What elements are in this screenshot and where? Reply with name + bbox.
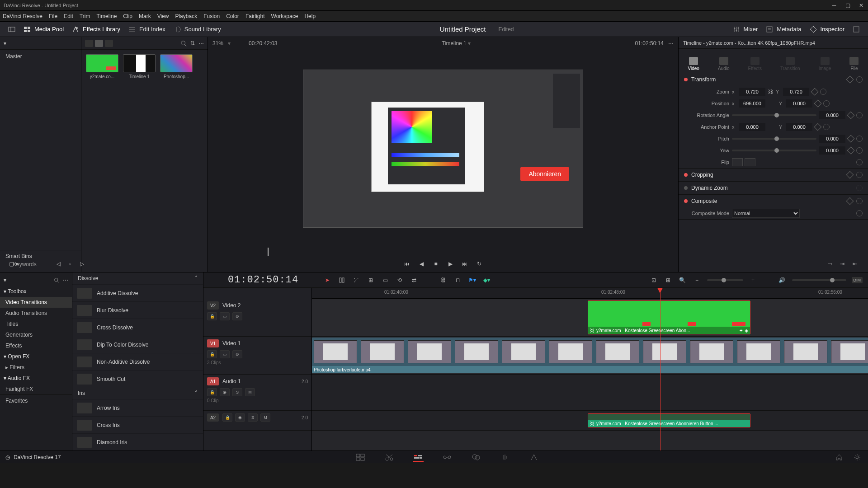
layout-icon[interactable] <box>8 26 15 33</box>
menu-item[interactable]: View <box>157 13 169 19</box>
yaw-field[interactable] <box>819 146 845 155</box>
inspector-tab-video[interactable]: Video <box>688 57 699 71</box>
rotation-field[interactable] <box>819 111 845 119</box>
zoom-out-icon[interactable]: − <box>693 276 702 285</box>
in-icon[interactable]: ⇥ <box>838 260 846 268</box>
window-maximize-icon[interactable]: ▢ <box>844 2 851 9</box>
keyframe-icon[interactable] <box>814 100 822 108</box>
reset-icon[interactable] <box>856 76 863 83</box>
media-pool-button[interactable]: Media Pool <box>24 26 64 33</box>
arm-icon[interactable]: ◉ <box>235 413 245 422</box>
disable-icon[interactable]: ⊘ <box>232 312 242 320</box>
menu-item[interactable]: Color <box>226 13 239 19</box>
reset-icon[interactable] <box>856 147 863 154</box>
flip-h-button[interactable] <box>732 158 743 166</box>
viewer-timeline-name[interactable]: Timeline 1 <box>442 40 467 47</box>
reset-icon[interactable] <box>856 112 863 118</box>
dim-button[interactable]: DIM <box>852 277 863 283</box>
prev-marker-icon[interactable]: ◁ <box>54 260 62 268</box>
inspector-tab-audio[interactable]: Audio <box>718 57 730 71</box>
auto-select-icon[interactable]: ▭ <box>220 312 230 320</box>
composite-section-header[interactable]: Composite <box>679 195 868 207</box>
inspector-tab-transition[interactable]: Transition <box>780 57 800 71</box>
page-fusion-icon[interactable] <box>442 453 453 462</box>
viewer-zoom[interactable]: 31% <box>212 40 223 47</box>
track-header-v1[interactable]: V1Video 1 🔒▭⊘ 3 Clips <box>203 337 311 375</box>
link-icon[interactable]: ⛓ <box>768 89 773 94</box>
fx-entry[interactable]: Smooth Cut <box>72 370 203 387</box>
timeline-timecode[interactable]: 01:02:50:14 <box>209 274 317 286</box>
page-edit-icon[interactable] <box>413 453 424 462</box>
zoom-full-icon[interactable]: ⊡ <box>649 276 658 285</box>
fx-entry[interactable]: Arrow Iris <box>72 399 203 416</box>
reset-icon[interactable] <box>856 136 863 142</box>
fx-category[interactable]: Dissolve˄ <box>72 272 203 284</box>
ripple-icon[interactable]: ⇄ <box>410 276 419 285</box>
view-list-icon[interactable] <box>85 40 93 47</box>
stop-icon[interactable]: ■ <box>432 260 440 268</box>
edit-index-button[interactable]: Edit Index <box>128 26 165 33</box>
menu-item[interactable]: Edit <box>64 13 73 19</box>
anchor-x-field[interactable] <box>739 123 765 131</box>
next-marker-icon[interactable]: ▷ <box>78 260 86 268</box>
viewer-canvas[interactable]: Abonnieren <box>303 70 583 228</box>
timeline-clip[interactable]: ⛓y2mate.com - Kostenlose Greenscreen Abo… <box>588 300 750 334</box>
view-strip-icon[interactable] <box>105 40 113 47</box>
fx-tree-item[interactable]: Fairlight FX <box>0 384 72 394</box>
search-icon[interactable] <box>54 277 59 283</box>
cropping-section-header[interactable]: Cropping <box>679 169 868 181</box>
more-icon[interactable]: ⋯ <box>198 40 204 47</box>
media-clip[interactable]: Photoshop... <box>160 54 193 79</box>
settings-icon[interactable] <box>852 453 863 462</box>
link-icon[interactable]: ⛓ <box>439 276 448 285</box>
jump-first-icon[interactable]: ⏮ <box>403 260 411 268</box>
timeline-clip[interactable]: Photoshop farbverlaufe.mp4 <box>312 338 868 373</box>
reset-icon[interactable] <box>856 172 863 178</box>
timeline-tracks[interactable]: 01:02:40:00 01:02:48:00 01:02:56:00 ⛓y2m… <box>312 288 868 450</box>
loop-icon[interactable]: ↻ <box>475 260 483 268</box>
fx-tree-item[interactable]: ▸ Filters <box>0 362 72 373</box>
track-header-a1[interactable]: A1Audio 12.0 🔒◉SM 0 Clip <box>203 375 311 411</box>
fx-tree-item[interactable]: Video Transitions <box>0 297 72 308</box>
fx-tree-item[interactable]: Audio Transitions <box>0 308 72 319</box>
overwrite-icon[interactable]: ▭ <box>381 276 390 285</box>
mute-icon[interactable]: M <box>260 413 270 422</box>
enable-dot-icon[interactable] <box>684 199 688 203</box>
mute-icon[interactable]: M <box>245 388 255 396</box>
reset-icon[interactable] <box>823 124 830 130</box>
track-header-v2[interactable]: V2Video 2 🔒▭⊘ <box>203 299 311 337</box>
fx-tree-item[interactable]: Titles <box>0 319 72 329</box>
pitch-slider[interactable] <box>732 138 816 140</box>
menu-item[interactable]: DaVinci Resolve <box>3 13 42 19</box>
solo-icon[interactable]: S <box>248 413 258 422</box>
auto-select-icon[interactable]: ▭ <box>220 350 230 358</box>
search-icon[interactable] <box>180 40 187 47</box>
blade-tool-icon[interactable] <box>352 276 361 285</box>
keyframe-icon[interactable] <box>846 197 854 205</box>
fx-entry[interactable]: Diamond Iris <box>72 433 203 450</box>
page-deliver-icon[interactable] <box>528 453 539 462</box>
fullscreen-icon[interactable] <box>853 26 860 33</box>
menu-item[interactable]: Mark <box>139 13 151 19</box>
menu-item[interactable]: File <box>49 13 57 19</box>
bin-menu-icon[interactable]: ▾ <box>4 40 6 47</box>
zoom-y-field[interactable] <box>783 88 809 96</box>
timeline-ruler[interactable]: 01:02:40:00 01:02:48:00 01:02:56:00 <box>312 288 868 299</box>
viewer-options-icon[interactable]: ⋯ <box>668 40 674 47</box>
reset-icon[interactable] <box>823 100 830 107</box>
selection-tool-icon[interactable]: ➤ <box>323 276 332 285</box>
inspector-tab-effects[interactable]: Effects <box>748 57 762 71</box>
keyframe-icon[interactable] <box>814 123 822 131</box>
fx-entry[interactable]: Additive Dissolve <box>72 284 203 301</box>
fx-entry[interactable]: Cross Dissolve <box>72 319 203 336</box>
fx-tree-item[interactable]: Effects <box>0 340 72 351</box>
marker-icon[interactable]: ◦ <box>66 260 74 268</box>
menu-item[interactable]: Fairlight <box>245 13 265 19</box>
smartbins-header[interactable]: Smart Bins <box>5 253 75 259</box>
enable-dot-icon[interactable] <box>684 173 688 177</box>
reset-icon[interactable] <box>856 198 863 204</box>
match-frame-icon[interactable]: ▭ <box>826 260 834 268</box>
lock-icon[interactable]: 🔒 <box>207 388 217 396</box>
sound-library-button[interactable]: Sound Library <box>174 26 221 33</box>
page-media-icon[interactable] <box>355 453 366 462</box>
